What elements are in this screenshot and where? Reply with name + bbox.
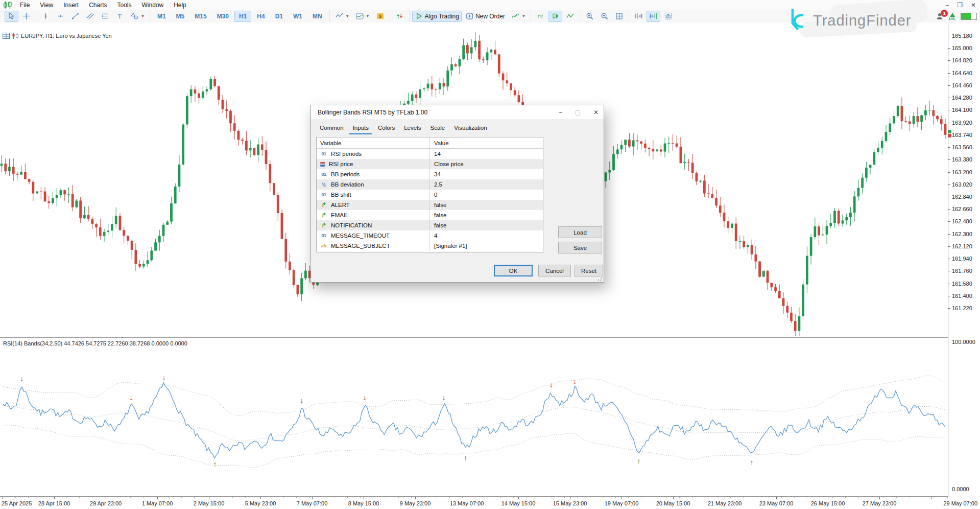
text-tool[interactable]: T xyxy=(113,11,127,22)
price-tick xyxy=(948,85,950,86)
svg-text:↑: ↑ xyxy=(213,460,217,468)
value-cell[interactable]: false xyxy=(430,202,543,208)
window-minimize-button[interactable]: – xyxy=(946,2,949,9)
variable-column-header[interactable]: Variable xyxy=(317,137,430,148)
dialog-close-button[interactable]: ✕ xyxy=(593,109,599,116)
value-cell[interactable]: 34 xyxy=(430,171,543,177)
menu-charts[interactable]: Charts xyxy=(84,1,112,10)
algo-trading-button[interactable]: Algo Trading xyxy=(412,11,462,22)
tf-m15[interactable]: M15 xyxy=(190,11,211,22)
load-button[interactable]: Load xyxy=(558,226,602,238)
value-cell[interactable]: false xyxy=(430,222,543,228)
time-label: 29 Apr 23:00 xyxy=(90,500,122,506)
grid-button[interactable] xyxy=(612,11,626,22)
value-cell[interactable]: Close price xyxy=(430,161,543,167)
double-type-icon: ½ xyxy=(320,182,327,188)
shift-end-button[interactable] xyxy=(647,11,660,22)
input-row-message-timeout[interactable]: 01MESSAGE_TIMEOUT4 xyxy=(317,230,543,241)
variable-label: BB periods xyxy=(331,171,360,177)
dialog-maximize-button[interactable]: ▢ xyxy=(575,109,581,116)
input-row-bb-deviation[interactable]: ½BB deviation2.5 xyxy=(317,179,543,190)
dialog-resize-grip[interactable] xyxy=(597,276,603,281)
indicator-window-button[interactable]: ▼ xyxy=(353,11,372,22)
bool-type-icon: ↱ xyxy=(320,201,327,209)
line-chart-button[interactable] xyxy=(563,11,577,22)
price-tick xyxy=(948,221,950,222)
cursor-tool[interactable] xyxy=(5,11,18,22)
trendline-tool[interactable] xyxy=(68,11,82,22)
tf-h4[interactable]: H4 xyxy=(252,11,269,22)
save-button[interactable]: Save xyxy=(558,242,602,253)
value-cell[interactable]: 2.5 xyxy=(430,181,543,188)
value-column-header[interactable]: Value xyxy=(430,140,543,146)
channel-tool[interactable] xyxy=(83,11,97,22)
shift-right-button[interactable] xyxy=(632,11,646,22)
candle-chart-button[interactable] xyxy=(548,11,562,22)
time-minor-tick xyxy=(117,497,118,498)
menu-tools[interactable]: Tools xyxy=(112,1,137,10)
dialog-minimize-button[interactable]: – xyxy=(559,109,562,116)
tf-d1[interactable]: D1 xyxy=(271,11,288,22)
screenshot-button[interactable] xyxy=(661,11,675,22)
reset-button[interactable]: Reset xyxy=(575,265,603,276)
menu-insert[interactable]: Insert xyxy=(58,1,84,10)
rsi-indicator-pane[interactable]: ↓↓↓↓↓↓↓↓↑↑↑↑ xyxy=(0,337,948,497)
horizontal-line-tool[interactable] xyxy=(54,11,67,22)
cancel-button[interactable]: Cancel xyxy=(538,265,571,276)
tab-inputs[interactable]: Inputs xyxy=(349,123,372,134)
tab-colors[interactable]: Colors xyxy=(374,123,398,134)
buy-sell-arrows-button[interactable] xyxy=(393,11,407,22)
dialog-title-bar[interactable]: Bollinger Bands RSI MT5 by TFLab 1.00 – … xyxy=(311,105,604,119)
value-cell[interactable]: false xyxy=(430,212,543,218)
tf-w1[interactable]: W1 xyxy=(289,11,307,22)
input-row-alert[interactable]: ↱ALERTfalse xyxy=(317,200,543,210)
zoom-out-button[interactable] xyxy=(597,11,611,22)
zoom-in-button[interactable] xyxy=(583,11,596,22)
input-row-email[interactable]: ↱EMAILfalse xyxy=(317,210,543,220)
variable-label: EMAIL xyxy=(331,212,349,218)
chart-type-button[interactable]: ▼ xyxy=(332,11,352,22)
menu-window[interactable]: Window xyxy=(137,1,169,10)
menu-file[interactable]: File xyxy=(15,1,35,10)
window-restore-button[interactable]: ❐ xyxy=(957,2,963,9)
time-axis[interactable]: 25 Apr 202528 Apr 15:0029 Apr 23:001 May… xyxy=(0,497,980,509)
input-row-notification[interactable]: ↱NOTIFICATIONfalse xyxy=(317,220,543,230)
value-cell[interactable]: 0 xyxy=(430,192,543,198)
input-row-message-subject[interactable]: abMESSAGE_SUBJECT[Signaler #1] xyxy=(317,241,543,251)
fibonacci-tool[interactable] xyxy=(98,11,112,22)
value-cell[interactable]: [Signaler #1] xyxy=(430,243,543,249)
input-row-rsi-periods[interactable]: 01RSI periods14 xyxy=(317,149,543,159)
ok-button[interactable]: OK xyxy=(494,265,533,276)
time-tick xyxy=(673,497,674,499)
tab-scale[interactable]: Scale xyxy=(426,123,448,134)
svg-text:T: T xyxy=(118,13,122,20)
tick-chart-button[interactable] xyxy=(534,11,547,22)
tf-m1[interactable]: M1 xyxy=(153,11,171,22)
value-cell[interactable]: 14 xyxy=(430,151,543,157)
tf-h1[interactable]: H1 xyxy=(234,11,251,22)
tf-m30[interactable]: M30 xyxy=(212,11,233,22)
new-order-button[interactable]: New Order xyxy=(463,11,508,22)
window-close-button[interactable]: ✕ xyxy=(971,2,976,9)
value-cell[interactable]: 4 xyxy=(430,233,543,239)
tab-levels[interactable]: Levels xyxy=(400,123,424,134)
crosshair-tool[interactable] xyxy=(19,11,33,22)
input-row-bb-shift[interactable]: 01BB shift0 xyxy=(317,190,543,200)
input-row-rsi-price[interactable]: RSI priceClose price xyxy=(317,159,543,169)
tf-m5[interactable]: M5 xyxy=(172,11,189,22)
vertical-line-tool[interactable] xyxy=(39,11,53,22)
shapes-tool[interactable]: ▼ xyxy=(128,11,147,22)
tab-visualization[interactable]: Visualization xyxy=(450,123,490,134)
notifications-button[interactable]: 1 xyxy=(936,12,944,20)
input-row-bb-periods[interactable]: 01BB periods34 xyxy=(317,169,543,179)
menu-help[interactable]: Help xyxy=(169,1,192,10)
price-axis[interactable]: 165.180165.000164.820164.640164.460164.2… xyxy=(948,22,980,497)
level-indicator[interactable]: LVL xyxy=(949,13,955,20)
curve-icon xyxy=(511,12,520,20)
time-label: 21 May 23:00 xyxy=(708,500,742,506)
indicators-button[interactable]: ▼ xyxy=(509,11,528,22)
symbols-button[interactable]: $ xyxy=(373,11,387,22)
tf-mn[interactable]: MN xyxy=(308,11,327,22)
menu-view[interactable]: View xyxy=(35,1,58,10)
tab-common[interactable]: Common xyxy=(316,123,347,134)
